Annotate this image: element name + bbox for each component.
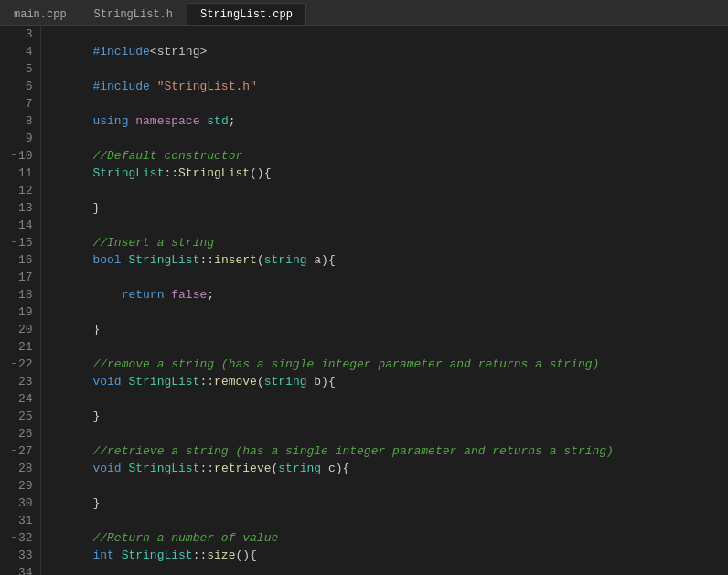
code-line-12: } — [50, 182, 728, 199]
tab-main-cpp[interactable]: main.cpp — [0, 3, 80, 25]
code-line-30 — [50, 495, 728, 512]
line-num-6: 6 — [7, 78, 33, 95]
code-line-3: #include<string> — [50, 26, 728, 43]
code-line-9: //Default constructor — [50, 130, 728, 147]
code-line-7: using namespace std; — [50, 95, 728, 112]
code-line-17: return false; — [50, 269, 728, 286]
line-num-10: −10 — [7, 147, 33, 165]
tab-bar: main.cpp StringList.h StringList.cpp — [0, 0, 728, 26]
line-num-18: 18 — [7, 286, 33, 303]
line-num-14: 14 — [7, 217, 33, 234]
code-line-34: return 0; — [50, 564, 728, 575]
line-num-20: 20 — [7, 321, 33, 338]
line-num-9: 9 — [7, 130, 33, 147]
line-num-28: 28 — [7, 460, 33, 477]
line-num-12: 12 — [7, 182, 33, 199]
tab-label-stringlist-h: StringList.h — [94, 8, 173, 21]
code-line-13 — [50, 199, 728, 217]
line-num-29: 29 — [7, 477, 33, 495]
line-numbers: 3 4 5 6 7 8 9 −10 11 12 13 14 −15 16 17 … — [0, 26, 41, 575]
line-num-13: 13 — [7, 199, 33, 217]
line-num-22: −22 — [7, 356, 33, 373]
code-line-14: //Insert a string — [50, 217, 728, 234]
tab-stringlist-h[interactable]: StringList.h — [80, 3, 187, 25]
tab-label-main-cpp: main.cpp — [14, 8, 67, 21]
line-num-21: 21 — [7, 338, 33, 356]
line-num-33: 33 — [7, 547, 33, 564]
tab-label-stringlist-cpp: StringList.cpp — [200, 8, 293, 21]
line-num-34: 34 — [7, 564, 33, 575]
tab-stringlist-cpp[interactable]: StringList.cpp — [187, 3, 306, 25]
line-num-5: 5 — [7, 60, 33, 78]
code-area[interactable]: #include<string> #include "StringList.h"… — [41, 26, 728, 575]
line-num-19: 19 — [7, 303, 33, 321]
line-num-17: 17 — [7, 269, 33, 286]
code-line-21: //remove a string (has a single integer … — [50, 338, 728, 356]
editor: 3 4 5 6 7 8 9 −10 11 12 13 14 −15 16 17 … — [0, 26, 728, 575]
line-num-11: 11 — [7, 165, 33, 182]
line-num-4: 4 — [7, 43, 33, 60]
code-line-24: } — [50, 390, 728, 408]
line-num-27: −27 — [7, 442, 33, 460]
line-num-32: −32 — [7, 529, 33, 547]
line-num-16: 16 — [7, 251, 33, 269]
code-line-5: #include "StringList.h" — [50, 60, 728, 78]
code-line-29: } — [50, 477, 728, 495]
line-num-25: 25 — [7, 408, 33, 425]
line-num-3: 3 — [7, 26, 33, 43]
line-num-30: 30 — [7, 495, 33, 512]
code-line-19: } — [50, 303, 728, 321]
line-num-23: 23 — [7, 373, 33, 390]
line-num-24: 24 — [7, 390, 33, 408]
line-num-31: 31 — [7, 512, 33, 529]
line-num-8: 8 — [7, 112, 33, 130]
code-line-25 — [50, 408, 728, 425]
code-line-20 — [50, 321, 728, 338]
line-num-26: 26 — [7, 425, 33, 442]
line-num-15: −15 — [7, 234, 33, 251]
line-num-7: 7 — [7, 95, 33, 112]
code-line-31: //Return a number of value — [50, 512, 728, 529]
code-line-26: //retrieve a string (has a single intege… — [50, 425, 728, 442]
